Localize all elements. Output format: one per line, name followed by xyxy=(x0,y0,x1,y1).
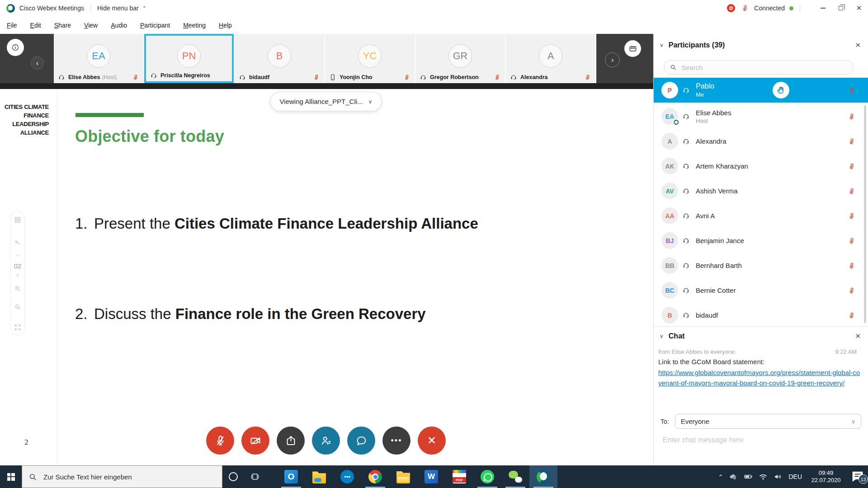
taskbar-search-input[interactable] xyxy=(43,473,216,481)
lower-hand-button[interactable] xyxy=(773,82,789,99)
mic-muted-icon[interactable] xyxy=(848,163,855,170)
chat-message-input[interactable] xyxy=(663,436,859,444)
taskbar-pdf[interactable] xyxy=(445,465,473,488)
chevron-down-icon[interactable]: ∨ xyxy=(660,333,664,339)
participant-row-bidaudf[interactable]: B bidaudf xyxy=(654,303,868,328)
participant-row-me[interactable]: P Pablo Me xyxy=(654,78,868,103)
taskbar-wechat[interactable] xyxy=(501,465,529,488)
more-options-button[interactable]: ••• xyxy=(382,427,410,455)
participant-search[interactable] xyxy=(664,60,854,75)
menu-edit[interactable]: Edit xyxy=(30,22,41,29)
hide-menu-bar-button[interactable]: Hide menu bar ⌃︎ xyxy=(97,5,146,12)
zoom-out-button[interactable] xyxy=(14,303,22,311)
mic-muted-icon xyxy=(494,74,500,80)
mic-muted-icon[interactable] xyxy=(848,113,855,120)
taskbar-nextcloud[interactable] xyxy=(333,465,361,488)
participant-row-benjamin-jance[interactable]: BJ Benjamin Jance xyxy=(654,228,868,253)
task-view-button[interactable] xyxy=(244,465,266,488)
share-content-button[interactable] xyxy=(277,427,305,455)
video-tile-bidaudf[interactable]: B bidaudf xyxy=(235,34,325,83)
zoom-in-button[interactable] xyxy=(14,285,22,292)
video-tile-alexandra[interactable]: A Alexandra xyxy=(506,34,596,83)
taskbar-search[interactable] xyxy=(22,465,222,488)
menu-view[interactable]: View xyxy=(84,22,98,29)
participants-button[interactable] xyxy=(312,427,340,455)
annotate-pen-button[interactable] xyxy=(14,238,22,245)
action-center-button[interactable]: 13 xyxy=(850,469,865,484)
menu-help[interactable]: Help xyxy=(219,22,232,29)
mic-muted-icon[interactable] xyxy=(848,312,855,319)
headset-icon xyxy=(682,187,690,195)
close-participants-icon[interactable]: ✕ xyxy=(855,41,861,49)
layout-button[interactable] xyxy=(624,40,641,57)
mic-muted-icon xyxy=(313,74,320,80)
mic-muted-icon[interactable] xyxy=(848,262,855,269)
chevron-up-icon: ⌃︎ xyxy=(142,5,146,11)
camera-off-button[interactable] xyxy=(241,427,269,455)
chat-button[interactable] xyxy=(347,427,375,455)
menu-share[interactable]: Share xyxy=(54,22,71,29)
mic-muted-icon[interactable] xyxy=(848,138,855,145)
menu-participant[interactable]: Participant xyxy=(140,22,170,29)
taskbar-webex[interactable] xyxy=(529,465,557,488)
taskbar-whatsapp[interactable] xyxy=(473,465,501,488)
participant-name: Elise Abbes xyxy=(696,109,731,117)
tray-overflow-chevron-icon[interactable]: ⌃︎ xyxy=(718,474,723,480)
participant-row-alexandra[interactable]: A Alexandra xyxy=(654,129,868,154)
onedrive-cloud-icon[interactable] xyxy=(729,472,738,481)
mic-muted-icon[interactable] xyxy=(848,212,855,220)
taskbar-outlook[interactable] xyxy=(277,465,305,488)
scroll-right-button[interactable]: › xyxy=(605,52,620,67)
participant-row-ashish-verma[interactable]: AV Ashish Verma xyxy=(654,178,868,203)
search-input[interactable] xyxy=(681,64,848,71)
phone-icon xyxy=(329,74,336,81)
next-page-button[interactable]: ∨ xyxy=(16,272,19,277)
mic-muted-icon[interactable] xyxy=(848,287,855,294)
participant-row-avni-a[interactable]: AA Avni A xyxy=(654,203,868,228)
battery-icon[interactable] xyxy=(744,472,753,481)
participant-row-bernhard-barth[interactable]: BB Bernhard Barth xyxy=(654,253,868,278)
keyboard-language[interactable]: DEU xyxy=(788,473,802,480)
minimize-button[interactable] xyxy=(814,0,832,16)
menu-file[interactable]: File xyxy=(7,22,17,29)
chat-icon xyxy=(355,435,368,447)
previous-page-button[interactable]: ⌃︎ xyxy=(16,254,19,259)
video-tile-elise-abbes[interactable]: EA Elise Abbes (Host) xyxy=(54,34,144,83)
chevron-down-icon[interactable]: ∨ xyxy=(660,42,664,48)
connection-status: Connected xyxy=(754,5,785,12)
close-chat-icon[interactable]: ✕ xyxy=(855,332,861,340)
mic-muted-icon[interactable] xyxy=(848,87,855,94)
video-tile-priscilla-negreiros[interactable]: PN Priscilla Negreiros xyxy=(144,34,235,83)
restore-button[interactable] xyxy=(832,0,850,16)
recipient-select[interactable]: Everyone ∨ xyxy=(675,414,861,429)
cortana-button[interactable] xyxy=(222,465,244,488)
participant-row-artem-kharazyan[interactable]: AK Artem Kharazyan xyxy=(654,154,868,178)
participants-scrollbar[interactable] xyxy=(864,105,866,323)
volume-icon[interactable] xyxy=(774,472,783,481)
close-button[interactable]: ✕ xyxy=(850,0,868,16)
participant-row-bernie-cotter[interactable]: BC Bernie Cotter xyxy=(654,278,868,303)
wifi-icon[interactable] xyxy=(759,472,768,481)
participant-row-elise-abbes[interactable]: EA Elise Abbes Host xyxy=(654,104,868,129)
video-tile-gregor-robertson[interactable]: GR Gregor Robertson xyxy=(415,34,506,83)
mic-muted-icon[interactable] xyxy=(848,188,855,195)
menu-audio[interactable]: Audio xyxy=(111,22,127,29)
video-tile-yoonjin-cho[interactable]: YC Yoonjin Cho xyxy=(325,34,415,83)
chevron-down-icon: ∨ xyxy=(368,99,373,105)
start-button[interactable] xyxy=(0,465,22,488)
taskbar-chrome[interactable] xyxy=(361,465,389,488)
taskbar-onedrive-folder[interactable] xyxy=(305,465,333,488)
chat-message-link[interactable]: https://www.globalcovenantofmayors.org/p… xyxy=(658,367,862,388)
mic-muted-button[interactable] xyxy=(206,427,234,455)
fullscreen-button[interactable] xyxy=(14,324,22,331)
viewing-document-dropdown[interactable]: Viewing Alliance_PPT_Cli... ∨ xyxy=(270,92,382,111)
end-meeting-button[interactable]: ✕ xyxy=(418,427,446,455)
scroll-left-button[interactable]: ‹ xyxy=(31,56,44,70)
taskbar-explorer[interactable] xyxy=(389,465,417,488)
mic-muted-icon[interactable] xyxy=(848,237,855,244)
taskbar-clock[interactable]: 09:49 22.07.2020 xyxy=(808,469,844,484)
meeting-info-button[interactable] xyxy=(7,39,24,56)
menu-meeting[interactable]: Meeting xyxy=(183,22,206,29)
thumbnails-grid-button[interactable] xyxy=(14,216,22,224)
taskbar-word[interactable] xyxy=(417,465,445,488)
